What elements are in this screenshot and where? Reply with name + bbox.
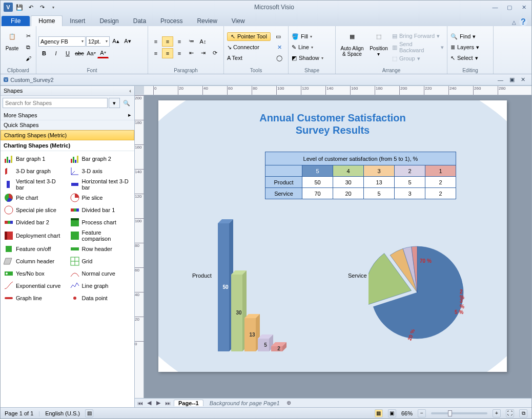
stencil-item[interactable]: Column header bbox=[3, 256, 67, 267]
stencil-item[interactable]: Deployment chart bbox=[3, 229, 67, 242]
stencil-item[interactable]: Grid bbox=[69, 256, 133, 267]
underline-button[interactable]: U bbox=[62, 48, 73, 58]
grow-font-icon[interactable]: A▴ bbox=[110, 36, 121, 47]
align-right-icon[interactable]: ≡ bbox=[174, 48, 185, 58]
stencil-item[interactable]: Divided bar 1 bbox=[69, 204, 133, 216]
select-button[interactable]: ↖ Select ▾ bbox=[449, 53, 491, 63]
page-tab-bg[interactable]: Background for page Page1 bbox=[207, 400, 283, 406]
help-icon[interactable]: ? bbox=[519, 18, 527, 26]
undo-icon[interactable]: ↶ bbox=[26, 3, 35, 12]
prev-page-icon[interactable]: ◀ bbox=[146, 400, 152, 406]
doc-minimize-icon[interactable]: — bbox=[498, 77, 503, 83]
stencil-item[interactable]: Feature comparison bbox=[69, 229, 133, 242]
close-icon[interactable]: ✕ bbox=[519, 4, 528, 11]
text-tool-button[interactable]: A Text bbox=[227, 55, 242, 61]
bring-forward-button[interactable]: ▤ Bring Forward ▾ bbox=[391, 31, 445, 41]
bullets-icon[interactable]: ≔ bbox=[186, 36, 197, 47]
bold-button[interactable]: B bbox=[38, 48, 50, 58]
rotate-text-icon[interactable]: ⟳ bbox=[209, 48, 220, 58]
font-size-select[interactable]: 12pt.▾ bbox=[86, 36, 110, 47]
shapes-search-input[interactable] bbox=[3, 98, 108, 108]
stencil-item[interactable]: Yes/No box bbox=[3, 268, 67, 279]
minimize-ribbon-icon[interactable]: △ bbox=[512, 19, 516, 25]
minimize-icon[interactable]: — bbox=[490, 4, 500, 11]
stencil-item[interactable]: Divided bar 2 bbox=[3, 217, 67, 228]
tab-review[interactable]: Review bbox=[190, 16, 224, 26]
cut-icon[interactable]: ✂ bbox=[23, 31, 34, 41]
zoom-slider[interactable] bbox=[431, 412, 487, 414]
line-button[interactable]: ✎ Line ▾ bbox=[291, 42, 333, 52]
tab-process[interactable]: Process bbox=[153, 16, 190, 26]
align-bot-icon[interactable]: ≡ bbox=[174, 36, 185, 47]
stencil-item[interactable]: 3-D axis bbox=[69, 165, 133, 177]
stencil-item[interactable]: Exponential curve bbox=[3, 280, 67, 291]
layers-button[interactable]: ≣ Layers ▾ bbox=[449, 42, 491, 52]
fill-button[interactable]: 🪣 Fill ▾ bbox=[291, 31, 333, 41]
zoom-in-icon[interactable]: + bbox=[493, 409, 501, 417]
quick-shapes-row[interactable]: Quick Shapes bbox=[1, 120, 134, 130]
rect-tool-icon[interactable]: ▭ bbox=[273, 31, 284, 41]
ellipse-tool-icon[interactable]: ◯ bbox=[274, 53, 285, 63]
stencil-item[interactable]: Line graph bbox=[69, 280, 133, 291]
find-button[interactable]: 🔍 Find ▾ bbox=[449, 31, 491, 41]
stencil-item[interactable]: Normal curve bbox=[69, 268, 133, 279]
presentation-icon[interactable]: ▦ bbox=[375, 409, 383, 417]
format-painter-icon[interactable]: 🖌 bbox=[23, 53, 34, 64]
search-icon[interactable]: 🔍 bbox=[121, 98, 132, 108]
fit-page-icon[interactable]: ⛶ bbox=[506, 409, 514, 417]
page-tab-1[interactable]: Page--1 bbox=[174, 400, 203, 406]
text-dir-icon[interactable]: A↕ bbox=[197, 36, 209, 47]
stencil-item[interactable]: Row header bbox=[69, 243, 133, 255]
shrink-font-icon[interactable]: A▾ bbox=[122, 36, 133, 47]
fullscreen-icon[interactable]: ▣ bbox=[388, 409, 396, 417]
indent-dec-icon[interactable]: ⇤ bbox=[186, 48, 197, 58]
new-page-icon[interactable]: ⊕ bbox=[286, 400, 292, 406]
paste-button[interactable]: 📋 Paste bbox=[3, 27, 22, 67]
stencil-item[interactable]: Pie chart bbox=[3, 192, 67, 203]
stencil-item[interactable]: Bar graph 1 bbox=[3, 153, 67, 164]
drawing-page[interactable]: Annual Customer SatisfactionSurvey Resul… bbox=[158, 100, 507, 372]
italic-button[interactable]: I bbox=[50, 48, 62, 58]
maximize-icon[interactable]: ▢ bbox=[505, 4, 514, 11]
font-name-select[interactable]: Agency FB▾ bbox=[38, 36, 86, 47]
more-shapes-row[interactable]: More Shapes▸ bbox=[1, 110, 134, 120]
zoom-level[interactable]: 66% bbox=[401, 410, 413, 416]
tab-view[interactable]: View bbox=[224, 16, 252, 26]
connection-point-icon[interactable]: ✕ bbox=[274, 42, 285, 52]
font-color-button[interactable]: A▾ bbox=[97, 48, 109, 58]
autoalign-button[interactable]: ▦ Auto Align & Space bbox=[338, 27, 366, 67]
tab-file[interactable]: File bbox=[2, 16, 30, 26]
stencil-item[interactable]: Pie slice bbox=[69, 192, 133, 203]
align-top-icon[interactable]: ≡ bbox=[150, 36, 161, 47]
case-button[interactable]: Aa▾ bbox=[86, 48, 97, 58]
doc-restore-icon[interactable]: ▣ bbox=[509, 76, 515, 83]
send-backward-button[interactable]: ▥ Send Backward ▾ bbox=[391, 42, 445, 52]
save-icon[interactable]: 💾 bbox=[15, 3, 24, 12]
qat-dropdown-icon[interactable]: ▾ bbox=[49, 3, 58, 12]
zoom-out-icon[interactable]: − bbox=[418, 409, 426, 417]
doc-close-icon[interactable]: ✕ bbox=[521, 76, 525, 83]
canvas-scroll[interactable]: Annual Customer SatisfactionSurvey Resul… bbox=[144, 95, 531, 398]
stencil-item[interactable]: 3-D bar graph bbox=[3, 165, 67, 177]
stencil-row-charting[interactable]: Charting Shapes (Metric) bbox=[1, 130, 134, 140]
strike-button[interactable]: abc bbox=[74, 48, 85, 58]
language-indicator[interactable]: English (U.S.) bbox=[45, 410, 80, 416]
align-center-icon[interactable]: ≡ bbox=[162, 48, 173, 58]
tab-home[interactable]: Home bbox=[31, 15, 63, 26]
macro-icon[interactable]: ▤ bbox=[85, 409, 93, 417]
next-page-icon[interactable]: ▶ bbox=[155, 400, 161, 406]
indent-inc-icon[interactable]: ⇥ bbox=[197, 48, 209, 58]
stencil-item[interactable]: Graph line bbox=[3, 292, 67, 304]
tab-data[interactable]: Data bbox=[126, 16, 153, 26]
stencil-item[interactable]: Feature on/off bbox=[3, 243, 67, 255]
collapse-icon[interactable]: ‹ bbox=[129, 88, 131, 94]
shadow-button[interactable]: ◩ Shadow ▾ bbox=[291, 53, 333, 63]
redo-icon[interactable]: ↷ bbox=[37, 3, 47, 12]
last-page-icon[interactable]: ⏭ bbox=[165, 400, 171, 406]
tab-design[interactable]: Design bbox=[92, 16, 126, 26]
stencil-item[interactable]: Vertical text 3-D bar bbox=[3, 178, 67, 191]
position-button[interactable]: ⬚ Position▾ bbox=[367, 27, 390, 67]
switch-windows-icon[interactable]: ⧉ bbox=[519, 409, 527, 417]
stencil-item[interactable]: Data point bbox=[69, 292, 133, 304]
search-dropdown-icon[interactable]: ▾ bbox=[109, 98, 120, 108]
